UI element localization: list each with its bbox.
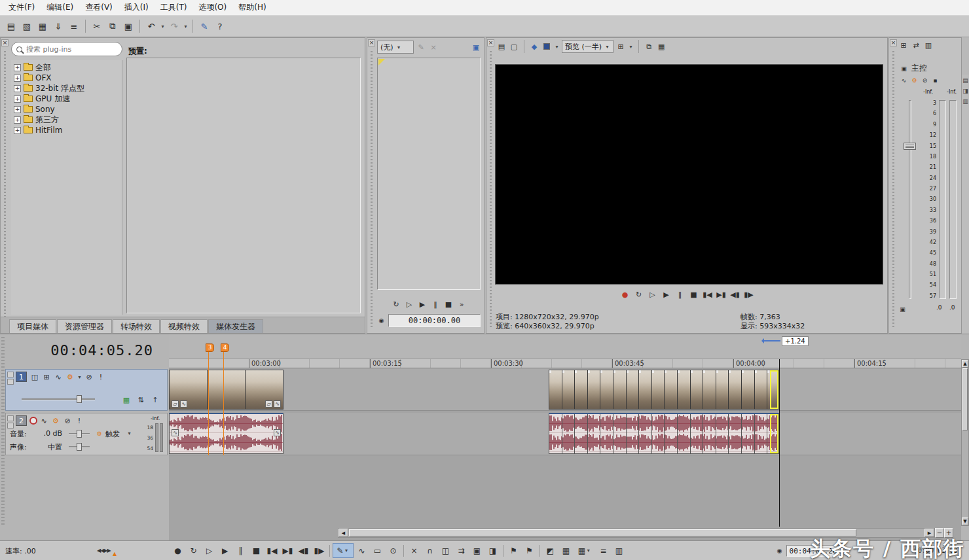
edit-cursor[interactable]: [779, 359, 780, 527]
copy-snapshot-icon[interactable]: ⧉: [644, 41, 654, 52]
maximize-track-icon[interactable]: [7, 423, 14, 429]
slider-handle[interactable]: [77, 430, 82, 438]
event-fx-icon[interactable]: ∿: [180, 400, 187, 408]
external-monitor-icon[interactable]: ▢: [509, 41, 519, 52]
project-video-properties-icon[interactable]: ▤: [496, 41, 507, 52]
undo-caret-icon[interactable]: ▾: [160, 24, 166, 29]
mixer-views-icon[interactable]: ⇄: [911, 40, 921, 50]
render-icon[interactable]: ▥: [612, 543, 627, 558]
track-height-icon[interactable]: ⇅: [136, 394, 146, 405]
video-output-fx-icon[interactable]: ◆: [529, 41, 539, 52]
track-fx-icon[interactable]: ∿: [53, 372, 64, 382]
expand-icon[interactable]: +: [14, 116, 21, 124]
panel-drag-gutter[interactable]: ×: [1, 38, 9, 333]
save-icon[interactable]: ▦: [35, 19, 50, 33]
event-fx-icon[interactable]: ∿: [172, 429, 179, 436]
tab-explorer[interactable]: 资源管理器: [57, 319, 112, 333]
rate-reset-marker-icon[interactable]: ▲: [113, 551, 117, 557]
import-media-icon[interactable]: ⇓: [51, 19, 65, 33]
maximize-track-icon[interactable]: [7, 379, 14, 385]
menu-item[interactable]: 查看(V): [79, 0, 119, 15]
auto-crossfade-icon[interactable]: ◫: [438, 543, 453, 558]
selection-edit-tool-icon[interactable]: ▭: [370, 543, 385, 558]
project-properties-icon[interactable]: ≡: [67, 19, 81, 33]
next-frame-icon[interactable]: ▮▶: [312, 543, 327, 558]
slider-handle[interactable]: [77, 395, 82, 403]
audio-event[interactable]: [549, 413, 779, 454]
mute-icon[interactable]: ⊘: [921, 76, 929, 84]
menu-item[interactable]: 选项(O): [192, 0, 232, 15]
pan-crop-icon[interactable]: ▱: [265, 400, 272, 408]
tab-transitions[interactable]: 转场特效: [113, 319, 160, 333]
enable-snapping-icon[interactable]: ∩: [422, 543, 437, 558]
close-icon[interactable]: ×: [487, 39, 494, 46]
copy-icon[interactable]: ⧉: [105, 19, 120, 33]
trigger-gear-icon[interactable]: ⚙: [95, 429, 103, 438]
close-icon[interactable]: ×: [368, 39, 375, 46]
redo-caret-icon[interactable]: ▾: [183, 24, 189, 29]
go-to-start-icon[interactable]: ▮◀: [703, 289, 713, 300]
dock-window-icon[interactable]: ▥: [962, 98, 968, 105]
timeline-marker[interactable]: 4: [221, 343, 229, 352]
event-fx-icon[interactable]: ∿: [274, 400, 281, 408]
bypass-motion-blur-icon[interactable]: ◫: [29, 372, 40, 382]
open-icon[interactable]: ▧: [20, 19, 34, 33]
volume-slider[interactable]: [69, 433, 90, 435]
generator-workspace[interactable]: [377, 58, 481, 290]
play-icon[interactable]: ▶: [661, 289, 672, 300]
pause-icon[interactable]: ‖: [430, 299, 441, 309]
tab-media-generators[interactable]: 媒体发生器: [208, 319, 263, 333]
play-from-start-icon[interactable]: ▷: [202, 543, 217, 558]
generator-timecode[interactable]: 00:00:00.00: [388, 314, 481, 327]
chevron-down-icon[interactable]: ▾: [628, 44, 634, 50]
timeline-marker[interactable]: 3: [206, 343, 214, 352]
scrollbar-thumb[interactable]: [349, 529, 856, 536]
plugin-tree-item[interactable]: + HitFilm: [11, 125, 122, 135]
record-icon[interactable]: ●: [170, 543, 185, 558]
lock-envelopes-icon[interactable]: ◨: [485, 543, 500, 558]
preset-dropdown[interactable]: (无) ▾: [377, 41, 414, 54]
plugin-tree-item[interactable]: + 第三方: [11, 114, 122, 125]
save-preset-icon[interactable]: ✎: [416, 42, 426, 52]
timeline-current-time[interactable]: 00:04:05.20: [7, 342, 164, 362]
go-to-end-icon[interactable]: ▶▮: [280, 543, 295, 558]
stop-icon[interactable]: ■: [689, 289, 699, 300]
float-window-icon[interactable]: ▣: [471, 42, 481, 52]
bus-fx-icon[interactable]: ∿: [900, 76, 908, 84]
expand-icon[interactable]: +: [14, 127, 21, 134]
preview-quality-dropdown[interactable]: 预览 (一半) ▾: [562, 40, 613, 53]
plugin-tree-item[interactable]: + 全部: [11, 62, 122, 73]
make-compositing-parent-icon[interactable]: ↑: [150, 394, 160, 405]
volume-value[interactable]: .0 dB: [32, 429, 62, 438]
delete-preset-icon[interactable]: ×: [428, 42, 439, 52]
trigger-label[interactable]: 触发: [105, 429, 120, 439]
plugin-tree-item[interactable]: + Sony: [11, 104, 122, 114]
tab-video-fx[interactable]: 视频特效: [160, 319, 208, 333]
chevron-down-icon[interactable]: ▾: [126, 430, 132, 436]
insert-bus-icon[interactable]: ⊞: [898, 40, 909, 50]
ignore-event-grouping-icon[interactable]: ▣: [469, 543, 484, 558]
video-track-header[interactable]: 1 ◫ ⊞ ∿ ⚙ ▾ ⊘ ! ▦ ⇅ ↑: [5, 369, 168, 411]
menu-item[interactable]: 文件(F): [3, 0, 41, 15]
master-fader-handle[interactable]: [904, 143, 916, 150]
stop-icon[interactable]: ■: [249, 543, 264, 558]
paste-icon[interactable]: ▣: [121, 19, 136, 33]
time-ruler[interactable]: 00:03:0000:03:1500:03:3000:03:4500:04:00…: [169, 359, 961, 368]
delete-icon[interactable]: ×: [407, 543, 422, 558]
automation-settings-icon[interactable]: ⚙: [65, 372, 75, 382]
track-fx-icon[interactable]: ∿: [39, 415, 49, 426]
audio-event[interactable]: ∿ ∿: [169, 413, 283, 454]
stop-icon[interactable]: ■: [443, 299, 454, 309]
rate-readout[interactable]: 速率: .00: [5, 541, 36, 560]
pan-value[interactable]: 中置: [32, 442, 62, 452]
envelope-edit-tool-icon[interactable]: ∿: [354, 543, 369, 558]
save-snapshot-icon[interactable]: ▦: [656, 41, 667, 52]
overlays-grid-icon[interactable]: ⊞: [615, 41, 626, 52]
more-buttons-icon[interactable]: »: [456, 299, 467, 309]
master-fader-groove[interactable]: [909, 100, 911, 299]
pan-crop-icon[interactable]: ▱: [172, 400, 179, 408]
go-to-end-icon[interactable]: ▶▮: [716, 289, 727, 300]
auto-ripple-icon[interactable]: ⇉: [454, 543, 469, 558]
meter-peak-left[interactable]: -Inf.: [923, 89, 933, 95]
pause-icon[interactable]: ‖: [675, 289, 686, 300]
